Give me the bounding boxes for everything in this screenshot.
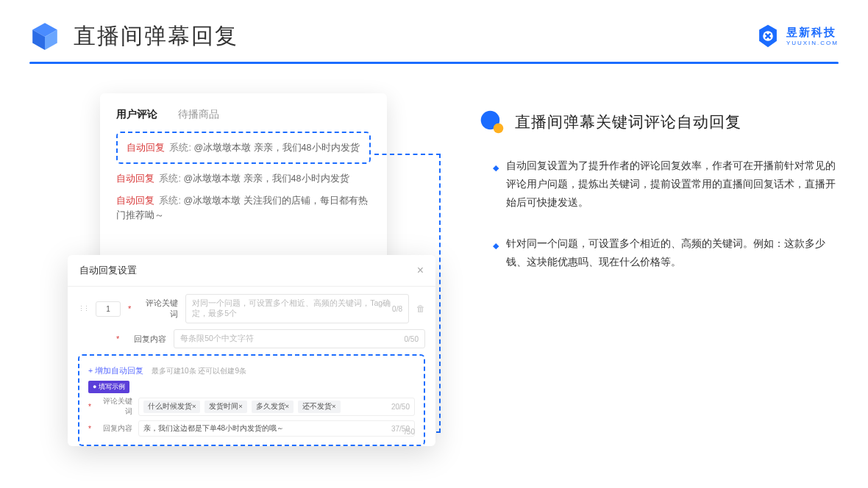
counter: 0/50 (405, 335, 419, 343)
keyword-chip: 多久发货× (252, 401, 294, 413)
connector-line (439, 154, 441, 433)
drag-handle-icon[interactable]: ⋮⋮ (78, 305, 88, 312)
content-label: 回复内容 (127, 334, 166, 345)
required-star: * (128, 304, 131, 313)
auto-reply-tag: 自动回复 (116, 173, 154, 184)
row-number: 1 (96, 301, 121, 317)
bubble-icon (480, 110, 505, 134)
content-input[interactable]: 每条限50个中文字符 0/50 (174, 329, 425, 348)
brand-logo-icon (755, 24, 780, 49)
example-keyword-label: 评论关键词 (97, 396, 132, 417)
highlighted-comment: 自动回复 系统: @冰墩墩本墩 亲亲，我们48小时内发货 (116, 132, 371, 164)
example-section: + 增加自动回复 最多可建10条 还可以创建9条 ● 填写示例 * 评论关键词 … (78, 354, 425, 446)
system-label: 系统: (159, 195, 180, 206)
comment-text: @冰墩墩本墩 亲亲，我们48小时内发货 (193, 143, 359, 153)
example-content-label: 回复内容 (97, 423, 132, 434)
example-badge: ● 填写示例 (88, 381, 129, 393)
auto-reply-tag: 自动回复 (127, 143, 165, 153)
brand-name: 昱新科技 (786, 26, 839, 40)
auto-reply-tag: 自动回复 (116, 195, 154, 206)
bullet-item: ◆ 自动回复设置为了提升作者的评论回复效率，作者可在开播前针对常见的评论用户问题… (493, 157, 839, 212)
settings-title: 自动回复设置 (79, 264, 137, 277)
page-title: 直播间弹幕回复 (74, 21, 238, 51)
add-note: 最多可建10条 还可以创建9条 (152, 367, 246, 375)
connector-line (374, 154, 441, 156)
close-icon[interactable]: × (417, 264, 424, 277)
bullet-text: 自动回复设置为了提升作者的评论回复效率，作者可在开播前针对常见的评论用户问题，提… (506, 157, 839, 212)
system-label: 系统: (169, 143, 191, 153)
tab-user-comments[interactable]: 用户评论 (116, 108, 157, 121)
diamond-icon: ◆ (493, 239, 499, 271)
page-header: 直播间弹幕回复 昱新科技 YUUXIN.COM (0, 0, 868, 64)
bullet-item: ◆ 针对同一个问题，可设置多个相近的、高频的关键词。例如：这款多少钱、这块能优惠… (493, 234, 839, 271)
keyword-label: 评论关键词 (138, 298, 178, 320)
system-label: 系统: (159, 173, 180, 184)
keyword-chip: 还不发货× (298, 401, 341, 413)
diamond-icon: ◆ (493, 161, 499, 212)
screenshots-panel: 用户评论 待播商品 自动回复 系统: @冰墩墩本墩 亲亲，我们48小时内发货 自… (68, 93, 435, 446)
brand-url: YUUXIN.COM (786, 40, 839, 46)
cube-icon (29, 21, 60, 51)
description-panel: 直播间弹幕关键词评论自动回复 ◆ 自动回复设置为了提升作者的评论回复效率，作者可… (480, 93, 839, 446)
section-title: 直播间弹幕关键词评论自动回复 (515, 112, 741, 132)
tab-pending-products[interactable]: 待播商品 (178, 108, 219, 121)
trash-icon[interactable]: 🗑 (416, 304, 425, 314)
comment-text: @冰墩墩本墩 亲亲，我们48小时内发货 (183, 173, 349, 184)
bullet-text: 针对同一个问题，可设置多个相近的、高频的关键词。例如：这款多少钱、这块能优惠吗、… (506, 234, 839, 271)
brand: 昱新科技 YUUXIN.COM (755, 24, 839, 49)
example-content-input[interactable]: 亲，我们这边都是下单48小时内发货的哦～ 37/50 (138, 420, 415, 437)
required-star: * (116, 334, 119, 343)
keyword-input[interactable]: 对同一个问题，可设置多个相近、高频的关键词，Tag确定，最多5个 0/8 (185, 294, 409, 323)
counter: 20/50 (391, 403, 410, 411)
keyword-chip: 发货时间× (204, 401, 247, 413)
example-keyword-input[interactable]: 什么时候发货× 发货时间× 多久发货× 还不发货× 20/50 (138, 398, 415, 416)
add-auto-reply-link[interactable]: + 增加自动回复 (88, 366, 143, 375)
svg-point-5 (494, 123, 504, 134)
counter: 0/8 (392, 305, 402, 313)
keyword-chip: 什么时候发货× (143, 401, 201, 413)
extra-counter: /50 (405, 428, 415, 436)
settings-card: 自动回复设置 × ⋮⋮ 1 * 评论关键词 对同一个问题，可设置多个相近、高频的… (68, 255, 435, 446)
